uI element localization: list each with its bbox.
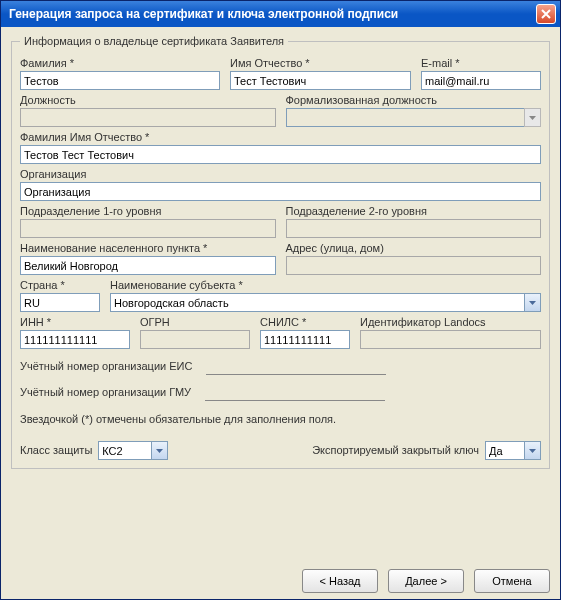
chevron-down-icon[interactable]	[524, 441, 541, 460]
gmu-value	[205, 385, 385, 401]
dept1-input	[20, 219, 276, 238]
surname-label: Фамилия *	[20, 57, 220, 69]
dept1-label: Подразделение 1-го уровня	[20, 205, 276, 217]
dialog-body: Информация о владельце сертификата Заяви…	[1, 27, 560, 599]
group-legend: Информация о владельце сертификата Заяви…	[20, 35, 288, 47]
titlebar: Генерация запроса на сертификат и ключа …	[1, 1, 560, 27]
gmu-label: Учётный номер организации ГМУ	[20, 386, 191, 398]
locality-input[interactable]	[20, 256, 276, 275]
chevron-down-icon[interactable]	[524, 293, 541, 312]
org-input[interactable]	[20, 182, 541, 201]
protection-select[interactable]	[98, 441, 168, 460]
subject-select[interactable]	[110, 293, 541, 312]
close-button[interactable]	[536, 4, 556, 24]
locality-label: Наименование населенного пункта *	[20, 242, 276, 254]
dept2-label: Подразделение 2-го уровня	[286, 205, 542, 217]
chevron-down-icon[interactable]	[151, 441, 168, 460]
exportable-value[interactable]	[485, 441, 525, 460]
ogrn-input	[140, 330, 250, 349]
eis-label: Учётный номер организации ЕИС	[20, 360, 192, 372]
snils-label: СНИЛС *	[260, 316, 350, 328]
cancel-button[interactable]: Отмена	[474, 569, 550, 593]
chevron-down-icon	[524, 108, 541, 127]
inn-label: ИНН *	[20, 316, 130, 328]
email-input[interactable]	[421, 71, 541, 90]
email-label: E-mail *	[421, 57, 541, 69]
surname-input[interactable]	[20, 71, 220, 90]
country-label: Страна *	[20, 279, 100, 291]
exportable-select[interactable]	[485, 441, 541, 460]
landocs-label: Идентификатор Landocs	[360, 316, 541, 328]
dept2-input	[286, 219, 542, 238]
formal-position-select	[286, 108, 542, 127]
formal-position-value	[286, 108, 526, 127]
exportable-label: Экспортируемый закрытый ключ	[312, 444, 479, 456]
eis-value	[206, 359, 386, 375]
name-patr-input[interactable]	[230, 71, 411, 90]
fio-label: Фамилия Имя Отчество *	[20, 131, 541, 143]
country-input[interactable]	[20, 293, 100, 312]
next-button[interactable]: Далее >	[388, 569, 464, 593]
protection-label: Класс защиты	[20, 444, 92, 456]
required-note: Звездочкой (*) отмечены обязательные для…	[20, 413, 541, 425]
protection-value[interactable]	[98, 441, 152, 460]
org-label: Организация	[20, 168, 541, 180]
owner-info-group: Информация о владельце сертификата Заяви…	[11, 35, 550, 469]
landocs-input	[360, 330, 541, 349]
address-label: Адрес (улица, дом)	[286, 242, 542, 254]
ogrn-label: ОГРН	[140, 316, 250, 328]
back-button[interactable]: < Назад	[302, 569, 378, 593]
formal-position-label: Формализованная должность	[286, 94, 542, 106]
subject-label: Наименование субъекта *	[110, 279, 541, 291]
footer-buttons: < Назад Далее > Отмена	[11, 559, 550, 593]
snils-input[interactable]	[260, 330, 350, 349]
close-icon	[541, 9, 551, 19]
position-input	[20, 108, 276, 127]
fio-input[interactable]	[20, 145, 541, 164]
window-title: Генерация запроса на сертификат и ключа …	[9, 7, 536, 21]
subject-value[interactable]	[110, 293, 525, 312]
position-label: Должность	[20, 94, 276, 106]
inn-input[interactable]	[20, 330, 130, 349]
address-input	[286, 256, 542, 275]
name-patr-label: Имя Отчество *	[230, 57, 411, 69]
dialog-window: Генерация запроса на сертификат и ключа …	[0, 0, 561, 600]
